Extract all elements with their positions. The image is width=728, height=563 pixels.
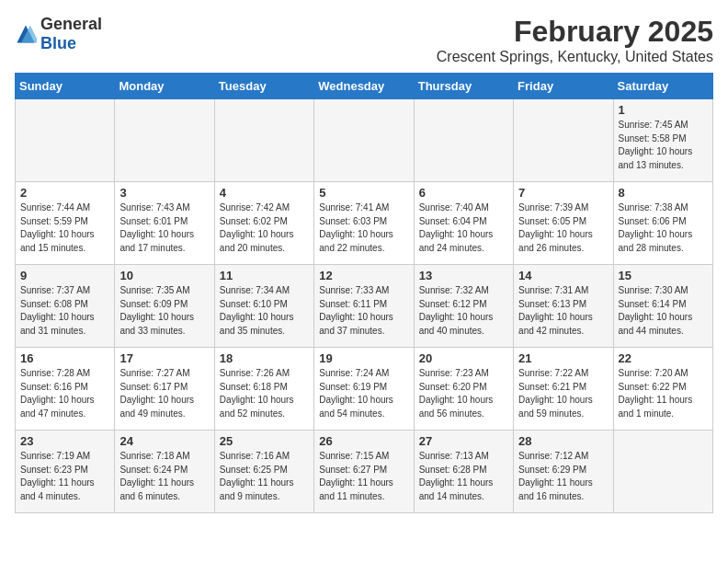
day-number: 3 [119, 186, 209, 200]
day-info: Sunrise: 7:23 AM Sunset: 6:20 PM Dayligh… [419, 367, 508, 420]
day-info: Sunrise: 7:19 AM Sunset: 6:23 PM Dayligh… [20, 450, 109, 503]
day-info: Sunrise: 7:39 AM Sunset: 6:05 PM Dayligh… [518, 201, 608, 255]
calendar-cell: 20Sunrise: 7:23 AM Sunset: 6:20 PM Dayli… [414, 348, 513, 431]
day-number: 14 [518, 269, 608, 282]
calendar-cell: 11Sunrise: 7:34 AM Sunset: 6:10 PM Dayli… [214, 265, 313, 348]
day-number: 1 [619, 103, 708, 117]
calendar-cell [314, 99, 414, 182]
weekday-header-saturday: Saturday [613, 74, 712, 99]
day-info: Sunrise: 7:37 AM Sunset: 6:08 PM Dayligh… [20, 284, 109, 338]
day-number: 26 [319, 434, 408, 448]
weekday-header-monday: Monday [115, 74, 214, 99]
day-number: 4 [220, 186, 309, 200]
month-title: February 2025 [437, 15, 713, 49]
day-info: Sunrise: 7:32 AM Sunset: 6:12 PM Dayligh… [419, 284, 508, 338]
calendar-week-row: 9Sunrise: 7:37 AM Sunset: 6:08 PM Daylig… [16, 265, 713, 348]
calendar-table: SundayMondayTuesdayWednesdayThursdayFrid… [15, 73, 713, 513]
day-number: 22 [619, 351, 708, 365]
day-number: 9 [20, 269, 109, 282]
day-number: 28 [518, 434, 608, 448]
calendar-cell: 15Sunrise: 7:30 AM Sunset: 6:14 PM Dayli… [613, 265, 712, 348]
location-title: Crescent Springs, Kentucky, United State… [437, 49, 713, 65]
day-number: 23 [20, 434, 109, 448]
day-info: Sunrise: 7:16 AM Sunset: 6:25 PM Dayligh… [220, 450, 309, 503]
day-info: Sunrise: 7:22 AM Sunset: 6:21 PM Dayligh… [518, 367, 608, 420]
calendar-cell: 5Sunrise: 7:41 AM Sunset: 6:03 PM Daylig… [314, 182, 414, 265]
day-number: 24 [119, 434, 209, 448]
day-info: Sunrise: 7:31 AM Sunset: 6:13 PM Dayligh… [518, 284, 608, 338]
calendar-cell [214, 99, 313, 182]
day-info: Sunrise: 7:34 AM Sunset: 6:10 PM Dayligh… [220, 284, 309, 338]
day-number: 20 [419, 351, 508, 365]
calendar-cell: 24Sunrise: 7:18 AM Sunset: 6:24 PM Dayli… [115, 431, 214, 513]
day-number: 2 [20, 186, 109, 200]
title-block: February 2025 Crescent Springs, Kentucky… [437, 15, 713, 65]
calendar-cell: 28Sunrise: 7:12 AM Sunset: 6:29 PM Dayli… [514, 431, 613, 513]
header: General Blue February 2025 Crescent Spri… [15, 15, 713, 65]
logo: General Blue [15, 15, 102, 53]
calendar-cell: 1Sunrise: 7:45 AM Sunset: 5:58 PM Daylig… [613, 99, 712, 182]
day-info: Sunrise: 7:15 AM Sunset: 6:27 PM Dayligh… [319, 450, 408, 503]
day-info: Sunrise: 7:30 AM Sunset: 6:14 PM Dayligh… [619, 284, 708, 338]
calendar-cell: 27Sunrise: 7:13 AM Sunset: 6:28 PM Dayli… [414, 431, 513, 513]
calendar-cell: 12Sunrise: 7:33 AM Sunset: 6:11 PM Dayli… [314, 265, 414, 348]
calendar-week-row: 23Sunrise: 7:19 AM Sunset: 6:23 PM Dayli… [16, 431, 713, 513]
day-number: 17 [119, 351, 209, 365]
calendar-cell [16, 99, 115, 182]
day-info: Sunrise: 7:28 AM Sunset: 6:16 PM Dayligh… [20, 367, 109, 420]
weekday-header-thursday: Thursday [414, 74, 513, 99]
day-number: 11 [220, 269, 309, 282]
day-info: Sunrise: 7:24 AM Sunset: 6:19 PM Dayligh… [319, 367, 408, 420]
weekday-header-tuesday: Tuesday [214, 74, 313, 99]
calendar-week-row: 16Sunrise: 7:28 AM Sunset: 6:16 PM Dayli… [16, 348, 713, 431]
day-number: 12 [319, 269, 408, 282]
calendar-cell: 2Sunrise: 7:44 AM Sunset: 5:59 PM Daylig… [16, 182, 115, 265]
calendar-week-row: 2Sunrise: 7:44 AM Sunset: 5:59 PM Daylig… [16, 182, 713, 265]
calendar-cell [613, 431, 712, 513]
day-info: Sunrise: 7:13 AM Sunset: 6:28 PM Dayligh… [419, 450, 508, 503]
day-info: Sunrise: 7:26 AM Sunset: 6:18 PM Dayligh… [220, 367, 309, 420]
day-info: Sunrise: 7:12 AM Sunset: 6:29 PM Dayligh… [518, 450, 608, 503]
calendar-cell [115, 99, 214, 182]
calendar-cell [414, 99, 513, 182]
day-info: Sunrise: 7:18 AM Sunset: 6:24 PM Dayligh… [119, 450, 209, 503]
day-number: 15 [619, 269, 708, 282]
calendar-cell: 8Sunrise: 7:38 AM Sunset: 6:06 PM Daylig… [613, 182, 712, 265]
weekday-header-wednesday: Wednesday [314, 74, 414, 99]
day-number: 8 [619, 186, 708, 200]
calendar-cell: 9Sunrise: 7:37 AM Sunset: 6:08 PM Daylig… [16, 265, 115, 348]
day-number: 16 [20, 351, 109, 365]
day-info: Sunrise: 7:43 AM Sunset: 6:01 PM Dayligh… [119, 201, 209, 255]
calendar-cell: 7Sunrise: 7:39 AM Sunset: 6:05 PM Daylig… [514, 182, 613, 265]
day-info: Sunrise: 7:35 AM Sunset: 6:09 PM Dayligh… [119, 284, 209, 338]
day-number: 27 [419, 434, 508, 448]
calendar-cell: 21Sunrise: 7:22 AM Sunset: 6:21 PM Dayli… [514, 348, 613, 431]
day-info: Sunrise: 7:44 AM Sunset: 5:59 PM Dayligh… [20, 201, 109, 255]
calendar-cell: 17Sunrise: 7:27 AM Sunset: 6:17 PM Dayli… [115, 348, 214, 431]
calendar-cell: 19Sunrise: 7:24 AM Sunset: 6:19 PM Dayli… [314, 348, 414, 431]
calendar-cell: 10Sunrise: 7:35 AM Sunset: 6:09 PM Dayli… [115, 265, 214, 348]
day-number: 21 [518, 351, 608, 365]
day-number: 25 [220, 434, 309, 448]
day-number: 13 [419, 269, 508, 282]
calendar-cell: 3Sunrise: 7:43 AM Sunset: 6:01 PM Daylig… [115, 182, 214, 265]
weekday-header-friday: Friday [514, 74, 613, 99]
calendar-cell: 13Sunrise: 7:32 AM Sunset: 6:12 PM Dayli… [414, 265, 513, 348]
calendar-cell: 6Sunrise: 7:40 AM Sunset: 6:04 PM Daylig… [414, 182, 513, 265]
day-info: Sunrise: 7:33 AM Sunset: 6:11 PM Dayligh… [319, 284, 408, 338]
weekday-header-row: SundayMondayTuesdayWednesdayThursdayFrid… [16, 74, 713, 99]
day-info: Sunrise: 7:40 AM Sunset: 6:04 PM Dayligh… [419, 201, 508, 255]
calendar-cell: 4Sunrise: 7:42 AM Sunset: 6:02 PM Daylig… [214, 182, 313, 265]
weekday-header-sunday: Sunday [16, 74, 115, 99]
calendar-week-row: 1Sunrise: 7:45 AM Sunset: 5:58 PM Daylig… [16, 99, 713, 182]
calendar-cell: 26Sunrise: 7:15 AM Sunset: 6:27 PM Dayli… [314, 431, 414, 513]
day-info: Sunrise: 7:45 AM Sunset: 5:58 PM Dayligh… [619, 119, 708, 172]
day-info: Sunrise: 7:42 AM Sunset: 6:02 PM Dayligh… [220, 201, 309, 255]
calendar-cell: 23Sunrise: 7:19 AM Sunset: 6:23 PM Dayli… [16, 431, 115, 513]
calendar-cell: 16Sunrise: 7:28 AM Sunset: 6:16 PM Dayli… [16, 348, 115, 431]
day-info: Sunrise: 7:38 AM Sunset: 6:06 PM Dayligh… [619, 201, 708, 255]
calendar-cell: 14Sunrise: 7:31 AM Sunset: 6:13 PM Dayli… [514, 265, 613, 348]
calendar-cell: 25Sunrise: 7:16 AM Sunset: 6:25 PM Dayli… [214, 431, 313, 513]
day-info: Sunrise: 7:41 AM Sunset: 6:03 PM Dayligh… [319, 201, 408, 255]
calendar-cell: 22Sunrise: 7:20 AM Sunset: 6:22 PM Dayli… [613, 348, 712, 431]
